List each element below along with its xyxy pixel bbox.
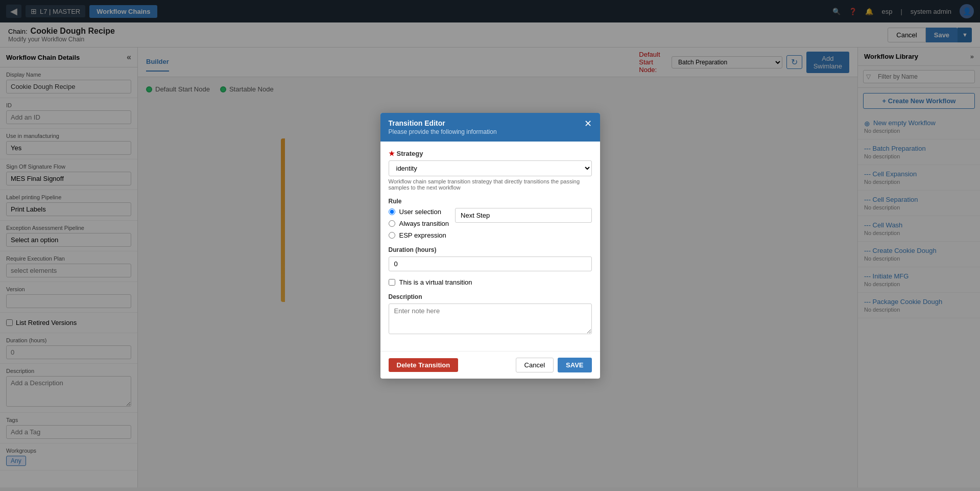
rule-name-wrap — [455, 208, 591, 223]
virtual-transition-checkbox[interactable] — [389, 279, 395, 286]
modal-footer: Delete Transition Cancel SAVE — [380, 351, 600, 379]
modal-save-button[interactable]: SAVE — [558, 358, 591, 372]
virtual-transition-row: This is a virtual transition — [389, 278, 592, 286]
required-star: ★ — [389, 150, 395, 157]
virtual-transition-label: This is a virtual transition — [399, 278, 472, 286]
modal-description-field: Description — [389, 293, 592, 336]
radio-esp-expression-input[interactable] — [389, 232, 395, 239]
duration-input[interactable] — [389, 256, 592, 271]
modal-description-textarea[interactable] — [389, 303, 592, 334]
rule-label: Rule — [389, 198, 592, 205]
strategy-hint: Workflow chain sample transition strateg… — [389, 178, 592, 191]
delete-transition-button[interactable]: Delete Transition — [389, 358, 459, 372]
duration-field: Duration (hours) — [389, 246, 592, 271]
rule-field: Rule User selection Always transition — [389, 198, 592, 239]
strategy-field: ★ Strategy identity round-robin manual W… — [389, 150, 592, 191]
modal-header: Transition Editor Please provide the fol… — [380, 113, 600, 142]
strategy-label-text: Strategy — [397, 150, 423, 157]
rule-options: User selection Always transition ESP exp… — [389, 208, 449, 239]
modal-title: Transition Editor — [389, 119, 497, 127]
modal-description-label: Description — [389, 293, 592, 300]
modal-body: ★ Strategy identity round-robin manual W… — [380, 142, 600, 351]
transition-editor-modal: Transition Editor Please provide the fol… — [380, 113, 600, 379]
radio-always-transition: Always transition — [389, 220, 449, 227]
rule-row: User selection Always transition ESP exp… — [389, 208, 592, 239]
radio-esp-expression: ESP expression — [389, 231, 449, 239]
radio-esp-expression-label[interactable]: ESP expression — [399, 231, 446, 239]
radio-always-transition-label[interactable]: Always transition — [399, 220, 449, 227]
modal-subtitle: Please provide the following information — [389, 128, 497, 135]
rule-name-input[interactable] — [455, 208, 591, 223]
radio-user-selection-input[interactable] — [389, 208, 395, 215]
modal-close-button[interactable]: ✕ — [584, 119, 592, 128]
radio-user-selection: User selection — [389, 208, 449, 216]
radio-user-selection-label[interactable]: User selection — [399, 208, 441, 216]
modal-cancel-button[interactable]: Cancel — [516, 358, 554, 372]
duration-label: Duration (hours) — [389, 246, 592, 253]
virtual-transition-field: This is a virtual transition — [389, 278, 592, 286]
strategy-label: ★ Strategy — [389, 150, 592, 157]
radio-always-transition-input[interactable] — [389, 220, 395, 227]
strategy-select[interactable]: identity round-robin manual — [389, 160, 592, 176]
modal-overlay[interactable]: Transition Editor Please provide the fol… — [0, 0, 980, 491]
modal-footer-right: Cancel SAVE — [516, 358, 592, 372]
